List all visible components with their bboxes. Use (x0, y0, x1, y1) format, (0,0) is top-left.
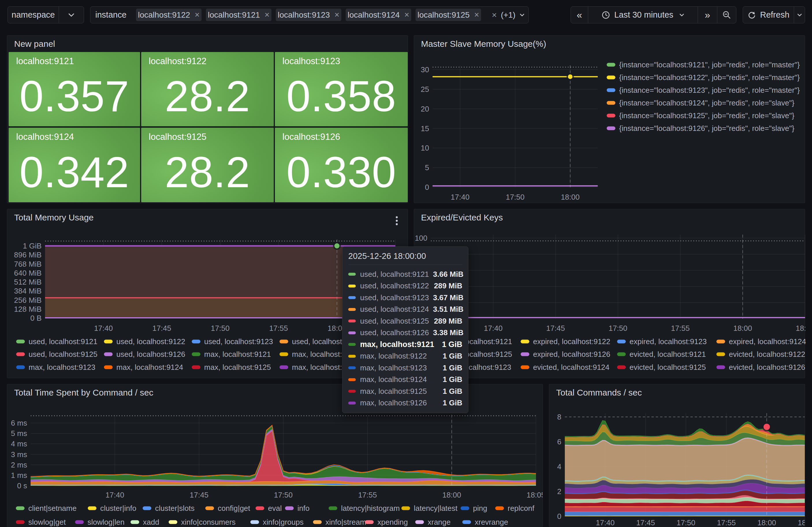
legend-label: used, localhost:9126 (116, 350, 185, 359)
legend-item[interactable]: xinfo|stream (313, 518, 366, 527)
legend-item[interactable]: {instance="localhost:9125", job="redis",… (607, 111, 794, 120)
legend-item[interactable]: info (285, 504, 309, 513)
legend-item[interactable]: evicted, localhost:9125 (617, 363, 706, 372)
series-label: used, localhost:9124 (360, 305, 429, 314)
legend-item[interactable]: {instance="localhost:9122", job="redis",… (607, 73, 800, 82)
legend-label: client|setname (28, 504, 76, 513)
time-shift-back-button[interactable]: « (571, 6, 588, 23)
legend-item[interactable]: {instance="localhost:9123", job="redis",… (607, 86, 800, 95)
legend-item[interactable]: max, localhost:9123 (16, 363, 95, 372)
legend-item[interactable]: used, localhost:9123 (192, 337, 273, 346)
tag-label: localhost:9123 (278, 10, 330, 20)
series-color-swatch (348, 331, 356, 334)
legend-item[interactable]: evicted, localhost:9126 (716, 363, 806, 372)
legend-item[interactable]: expired, localhost:9124 (716, 337, 806, 346)
zoom-out-button[interactable] (717, 6, 736, 23)
series-label: used, localhost:9121 (360, 270, 429, 279)
time-shift-forward-button[interactable]: » (698, 6, 717, 23)
legend-item[interactable]: used, localhost:9122 (104, 337, 185, 346)
stat-tile: localhost:912228.2 (141, 52, 274, 126)
legend-item[interactable]: expired, localhost:9126 (521, 350, 610, 359)
legend-item[interactable]: evicted, localhost:9124 (521, 363, 610, 372)
legend-item[interactable]: eval (256, 504, 282, 513)
svg-text:17:45: 17:45 (546, 324, 565, 332)
remove-tag-icon[interactable]: × (404, 10, 409, 20)
legend-item[interactable]: evicted, localhost:9122 (716, 350, 806, 359)
series-color-swatch (348, 285, 356, 287)
remove-tag-icon[interactable]: × (474, 10, 479, 20)
time-range-picker[interactable]: Last 30 minutes (588, 6, 698, 23)
legend-item[interactable]: xadd (131, 518, 159, 527)
legend-item[interactable]: ping (461, 504, 487, 513)
legend-item[interactable]: {instance="localhost:9124", job="redis",… (607, 99, 794, 108)
refresh-button[interactable]: Refresh (743, 6, 794, 23)
instance-tag[interactable]: localhost:9121× (206, 9, 272, 21)
legend-item[interactable]: used, localhost:9126 (104, 350, 185, 359)
legend-item[interactable]: expired, localhost:9122 (521, 337, 610, 346)
legend-item[interactable]: cluster|slots (143, 504, 194, 513)
series-color-swatch (169, 521, 177, 524)
svg-text:18:05: 18:05 (526, 490, 543, 499)
series-color-swatch (348, 296, 356, 299)
legend-label: expired, localhost:9123 (629, 337, 707, 346)
legend-item[interactable]: xrevrange (462, 518, 508, 527)
series-color-swatch (415, 521, 424, 524)
legend-label: max, localhost:9125 (204, 363, 271, 372)
legend-item[interactable]: xpending (365, 518, 408, 527)
series-color-swatch (348, 378, 356, 381)
series-label: used, localhost:9123 (360, 293, 429, 302)
series-color-swatch (250, 521, 259, 524)
total-commands-chart[interactable]: 0246817:4017:4517:5017:5518:0018:05 (549, 384, 805, 527)
legend-item[interactable]: max, localhost:9124 (104, 363, 183, 372)
refresh-interval-dropdown[interactable] (794, 6, 805, 23)
series-color-swatch (16, 366, 25, 369)
panel-title[interactable]: New panel (14, 39, 55, 49)
legend-item[interactable]: latency|histogram (329, 504, 400, 513)
instance-tag[interactable]: localhost:9123× (276, 9, 341, 21)
legend-item[interactable]: xinfo|groups (250, 518, 304, 527)
legend-item[interactable]: used, localhost:9125 (16, 350, 98, 359)
instance-tag[interactable]: localhost:9125× (416, 9, 481, 21)
legend-item[interactable]: evicted, localhost:9121 (617, 350, 706, 359)
series-color-swatch (279, 353, 288, 356)
legend-label: evicted, localhost:9125 (629, 363, 706, 372)
legend-item[interactable]: latency|latest (401, 504, 458, 513)
legend-item[interactable]: client|setname (16, 504, 76, 513)
remove-tag-icon[interactable]: × (334, 10, 339, 20)
svg-text:256 MiB: 256 MiB (14, 296, 42, 304)
legend-item[interactable]: max, localhost:9121 (192, 350, 271, 359)
legend-item[interactable]: xrange (415, 518, 451, 527)
legend-item[interactable]: slowlog|get (16, 518, 66, 527)
series-label: used, localhost:9126 (360, 328, 429, 337)
legend-item[interactable]: expired, localhost:9123 (617, 337, 707, 346)
legend-item[interactable]: {instance="localhost:9121", job="redis",… (607, 60, 800, 69)
legend-item[interactable]: {instance="localhost:9126", job="redis",… (607, 124, 794, 133)
clear-values-icon[interactable]: × (492, 10, 497, 20)
stat-label: localhost:9125 (149, 132, 206, 142)
instance-tag[interactable]: localhost:9124× (346, 9, 411, 21)
remove-tag-icon[interactable]: × (194, 10, 200, 20)
legend-item[interactable]: max, localhost:9125 (192, 363, 271, 372)
svg-text:6 ms: 6 ms (11, 419, 27, 427)
svg-text:17:55: 17:55 (717, 518, 736, 527)
legend-item[interactable]: xinfo|consumers (169, 518, 236, 527)
variable-instance-picker[interactable]: instance × (+1) localhost:9122×localhost… (90, 6, 529, 24)
series-color-swatch (348, 319, 356, 323)
instance-tag[interactable]: localhost:9122× (136, 9, 202, 21)
remove-tag-icon[interactable]: × (264, 10, 270, 20)
legend-item[interactable]: cluster|info (88, 504, 136, 513)
series-color-swatch (716, 353, 725, 356)
legend-item[interactable]: used, localhost:9121 (16, 337, 98, 346)
instance-more[interactable]: × (+1) (492, 6, 525, 23)
legend-item[interactable]: replconf (495, 504, 535, 513)
namespace-dropdown-toggle[interactable] (59, 6, 84, 23)
variable-namespace-picker[interactable]: namespace (8, 6, 84, 24)
series-color-swatch (16, 521, 25, 524)
series-label: max, localhost:9126 (360, 398, 439, 408)
tooltip-row: max, localhost:91251 GiB (348, 385, 462, 397)
legend-item[interactable]: config|get (205, 504, 250, 513)
svg-text:1 ms: 1 ms (11, 471, 27, 480)
chevron-down-icon (797, 13, 802, 17)
series-color-swatch (607, 76, 615, 80)
legend-item[interactable]: slowlog|len (75, 518, 125, 527)
